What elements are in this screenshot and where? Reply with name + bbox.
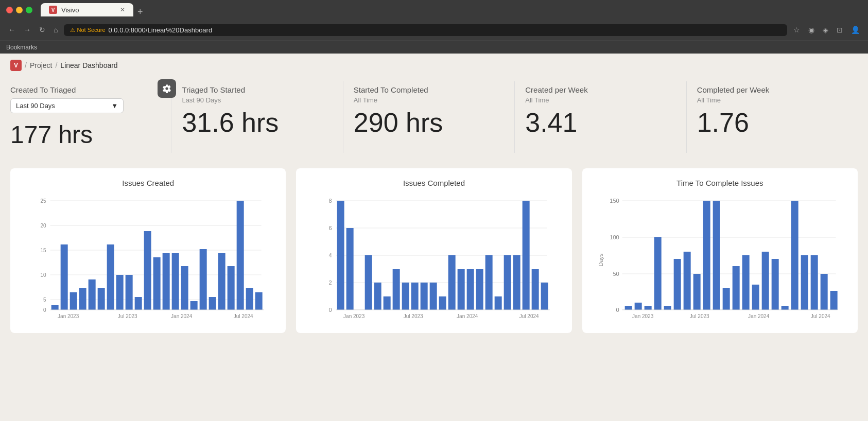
stat-sublabel-4: All Time: [697, 96, 847, 104]
stat-value-4: 1.76: [697, 108, 847, 137]
svg-text:4: 4: [329, 252, 332, 258]
svg-rect-70: [541, 283, 548, 310]
back-button[interactable]: ←: [6, 25, 18, 35]
extension-icon-3[interactable]: ⊡: [835, 25, 845, 35]
svg-text:Jan 2023: Jan 2023: [343, 313, 365, 319]
svg-rect-17: [107, 244, 114, 310]
svg-text:100: 100: [610, 234, 619, 240]
stat-card-created-week: Created per Week All Time 3.41: [515, 81, 686, 153]
stat-value-3: 3.41: [525, 108, 675, 137]
stats-row: Created To Triaged Last 90 Days ▼ 177 hr…: [0, 77, 868, 163]
tab-favicon: V: [49, 6, 57, 14]
forward-button[interactable]: →: [22, 25, 33, 35]
browser-chrome: V Visivo ✕ + ← → ↻ ⌂ ⚠ Not Secure 0.0.0.…: [0, 0, 868, 54]
svg-rect-64: [485, 255, 493, 310]
page-content: V / Project / Linear Dashboard Created T…: [0, 54, 868, 421]
svg-rect-103: [810, 255, 818, 310]
stat-card-completed-week: Completed per Week All Time 1.76: [687, 81, 858, 153]
chart-area-issues-created: 25 20 15 10 5 0: [21, 196, 275, 319]
svg-rect-93: [713, 201, 720, 310]
breadcrumb-current: Linear Dashboard: [60, 61, 117, 69]
stat-value-1: 31.6 hrs: [182, 108, 332, 137]
svg-rect-101: [791, 201, 798, 310]
svg-text:Jul 2024: Jul 2024: [519, 313, 539, 319]
time-range-dropdown[interactable]: Last 90 Days ▼: [10, 98, 124, 113]
svg-rect-68: [523, 201, 530, 310]
stat-label-3: Created per Week: [525, 85, 675, 94]
svg-text:6: 6: [329, 225, 332, 231]
new-tab-button[interactable]: +: [133, 7, 147, 16]
svg-rect-102: [801, 255, 808, 310]
svg-rect-56: [411, 283, 419, 310]
dropdown-selected: Last 90 Days: [16, 102, 55, 110]
breadcrumb-sep-1: /: [25, 61, 27, 69]
svg-rect-18: [116, 275, 124, 310]
address-bar[interactable]: ⚠ Not Secure 0.0.0.0:8000/Linear%20Dashb…: [64, 24, 787, 36]
svg-text:Jan 2024: Jan 2024: [171, 313, 193, 319]
warning-icon: ⚠: [70, 27, 75, 33]
close-traffic-light[interactable]: [6, 7, 13, 13]
chart-issues-completed: Issues Completed 8 6 4 2 0: [296, 168, 571, 333]
svg-text:5: 5: [43, 297, 46, 303]
svg-rect-24: [172, 253, 179, 310]
svg-rect-69: [532, 269, 539, 310]
minimize-traffic-light[interactable]: [16, 7, 23, 13]
svg-rect-104: [820, 274, 827, 310]
stat-sublabel-1: Last 90 Days: [182, 96, 332, 104]
active-browser-tab[interactable]: V Visivo ✕: [41, 3, 133, 16]
bookmarks-label[interactable]: Bookmarks: [6, 44, 37, 51]
svg-rect-32: [246, 288, 253, 310]
browser-toolbar: ← → ↻ ⌂ ⚠ Not Secure 0.0.0.0:8000/Linear…: [0, 20, 868, 40]
svg-rect-63: [476, 269, 483, 310]
chart-issues-created: Issues Created 25 20 15 10 5 0: [10, 168, 286, 333]
svg-rect-57: [421, 283, 428, 310]
time-complete-svg: Days 150 100 50 0: [593, 196, 847, 319]
maximize-traffic-light[interactable]: [26, 7, 32, 13]
svg-text:Jul 2023: Jul 2023: [118, 313, 137, 319]
svg-rect-25: [181, 266, 188, 310]
svg-rect-48: [337, 201, 344, 310]
bookmarks-bar: Bookmarks: [0, 40, 868, 54]
svg-text:150: 150: [610, 198, 619, 204]
chevron-down-icon: ▼: [111, 102, 118, 110]
extension-icon-2[interactable]: ◈: [821, 25, 830, 35]
breadcrumb-project-link[interactable]: Project: [30, 61, 53, 69]
svg-rect-91: [693, 274, 700, 310]
svg-text:10: 10: [41, 272, 47, 278]
home-button[interactable]: ⌂: [51, 25, 60, 35]
dropdown-wrapper: Last 90 Days ▼: [10, 98, 161, 113]
svg-rect-59: [439, 296, 446, 310]
extension-icon-1[interactable]: ◉: [806, 25, 817, 35]
svg-rect-51: [365, 255, 372, 310]
svg-rect-67: [513, 255, 520, 310]
svg-rect-66: [504, 255, 511, 310]
svg-rect-20: [135, 297, 142, 310]
stat-label-2: Started To Completed: [354, 85, 504, 94]
svg-rect-52: [374, 283, 381, 310]
svg-rect-29: [218, 253, 225, 310]
stat-value-2: 290 hrs: [354, 108, 504, 137]
visivo-logo[interactable]: V: [10, 60, 22, 71]
svg-text:20: 20: [41, 223, 47, 229]
svg-text:0: 0: [43, 307, 46, 313]
svg-rect-33: [255, 292, 263, 310]
svg-text:Jan 2023: Jan 2023: [632, 313, 654, 319]
svg-rect-86: [644, 306, 651, 310]
svg-text:25: 25: [41, 198, 47, 204]
stat-card-started-completed: Started To Completed All Time 290 hrs: [343, 81, 515, 153]
svg-rect-105: [830, 291, 837, 310]
tab-bar: V Visivo ✕ +: [41, 3, 703, 16]
svg-rect-97: [752, 285, 759, 310]
chart-title-time-complete: Time To Complete Issues: [593, 179, 847, 187]
bookmark-star-icon[interactable]: ☆: [791, 25, 802, 35]
charts-section: Issues Created 25 20 15 10 5 0: [0, 163, 868, 343]
svg-text:15: 15: [41, 248, 47, 253]
svg-rect-99: [771, 259, 778, 310]
reload-button[interactable]: ↻: [37, 25, 47, 35]
svg-text:Days: Days: [597, 253, 603, 267]
svg-rect-87: [654, 237, 661, 310]
stat-sublabel-3: All Time: [525, 96, 675, 104]
tab-close-button[interactable]: ✕: [120, 6, 125, 13]
profile-icon[interactable]: 👤: [849, 25, 862, 35]
gear-icon: [162, 84, 171, 93]
